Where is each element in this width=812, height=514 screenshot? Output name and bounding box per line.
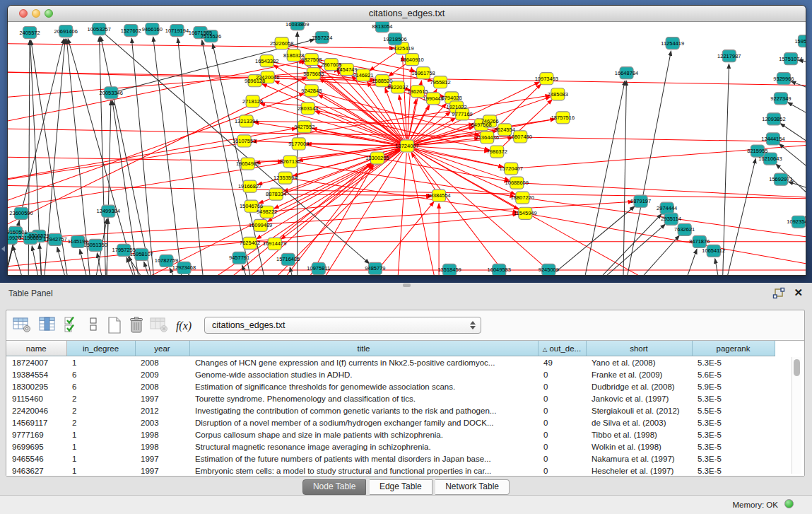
column-chooser-icon[interactable] (37, 315, 59, 337)
table-cell: 9463627 (6, 465, 66, 476)
column-header-out_de[interactable]: △out_de... (538, 341, 586, 356)
delete-column-icon[interactable] (126, 315, 148, 337)
table-cell: 1 (66, 356, 135, 369)
tab-node-table[interactable]: Node Table (302, 479, 367, 495)
table-row[interactable]: 1938455462009Genome-wide association stu… (6, 368, 775, 380)
table-row[interactable]: 1872400712008Changes of HCN gene express… (6, 356, 775, 369)
tab-network-table[interactable]: Network Table (435, 479, 510, 495)
tab-edge-table[interactable]: Edge Table (370, 479, 433, 495)
column-header-name[interactable]: name (6, 341, 66, 356)
graph-node-label: 9457791 (229, 255, 249, 261)
graph-node-label: 20691406 (54, 28, 77, 35)
graph-node-label: 13325419 (390, 45, 413, 52)
table-cell: Structural magnetic resonance image aver… (189, 440, 538, 452)
column-header-in_degree[interactable]: in_degree (66, 341, 135, 356)
column-header-short[interactable]: short (586, 341, 692, 356)
graph-node-label: 9242848 (301, 88, 322, 94)
table-cell: 5.6E-5 (692, 368, 775, 380)
graph-node-label: 10053257 (88, 26, 111, 33)
table-cell: 2008 (135, 356, 189, 369)
table-row[interactable]: 946554611997Estimation of the future num… (6, 452, 775, 465)
graph-node-label: 9827508 (301, 57, 322, 63)
graph-node-label: 1595838 (794, 38, 806, 45)
graph-node-label: 20053346 (100, 90, 123, 96)
graph-node-label: 9227349 (770, 95, 791, 102)
table-cell: Jankovic et al. (1997) (586, 392, 692, 404)
network-desktop: citations_edges.txt 18724007183002951938… (0, 0, 812, 283)
split-pane-handle[interactable] (403, 284, 411, 287)
graph-node-label: 15692971 (769, 176, 792, 182)
graph-node-label: 19218506 (383, 36, 406, 42)
table-cell: 5.3E-5 (692, 392, 775, 404)
close-panel-icon[interactable]: ✕ (794, 286, 803, 299)
table-mode-icon[interactable] (12, 315, 33, 337)
table-cell: Corpus callosum shape and size in male p… (189, 428, 538, 440)
graph-node-label: 1990448 (423, 95, 443, 102)
graph-node-label: 7485083 (548, 91, 568, 98)
table-cell: de Silva et al. (2003) (586, 416, 692, 428)
graph-node-label: 21364436 (476, 134, 499, 141)
table-row[interactable]: 911546021997Tourette syndrome. Phenomeno… (6, 392, 775, 404)
float-panel-icon[interactable] (772, 287, 785, 300)
graph-node-label: 15716485 (276, 256, 300, 262)
graph-node-label: 1921022 (447, 104, 467, 110)
citation-network-graph: 1872400718300295193845541654338222420046… (8, 22, 806, 275)
table-row[interactable]: 1456911722003Disruption of a novel membe… (6, 416, 775, 428)
table-cell: 5.3E-5 (692, 428, 775, 440)
graph-node-label: 2974444 (657, 205, 677, 211)
network-canvas[interactable]: 1872400718300295193845541654338222420046… (8, 22, 806, 275)
graph-node-label: 5875685 (303, 71, 324, 77)
table-cell: 9115460 (6, 392, 66, 404)
table-cell: Estimation of significance thresholds fo… (189, 380, 538, 392)
column-header-year[interactable]: year (135, 341, 189, 356)
graph-node-label: 9485779 (365, 265, 385, 271)
graph-edge (805, 206, 806, 218)
graph-node-label: 7986372 (487, 148, 507, 155)
graph-edge (722, 64, 729, 275)
graph-node-label: 9245009 (539, 267, 559, 273)
table-selector-dropdown[interactable]: citations_edges.txt (204, 317, 481, 334)
function-builder-icon[interactable]: f(x) (173, 315, 194, 337)
graph-edge (788, 103, 806, 122)
table-row[interactable]: 946362711997Embryonic stem cells: a mode… (6, 465, 775, 476)
table-row[interactable]: 977716911998Corpus callosum shape and si… (6, 428, 775, 440)
graph-node-label: 1527602 (121, 28, 141, 34)
graph-node-label: 7625402 (240, 240, 260, 246)
graph-node-label: 9329966 (773, 76, 794, 82)
graph-node-label: 7515526 (201, 33, 221, 40)
table-cell: 0 (538, 465, 586, 476)
table-cell: Tourette syndrome. Phenomenology and cla… (189, 392, 538, 404)
column-header-title[interactable]: title (189, 341, 538, 356)
table-scrollbar-thumb[interactable] (794, 359, 800, 376)
graph-node-label: 15051350 (84, 242, 107, 248)
table-scrollbar[interactable] (792, 357, 801, 474)
graph-edge (396, 153, 406, 275)
column-header-pagerank[interactable]: pagerank (692, 341, 775, 356)
table-row[interactable]: 1830029562008Estimation of significance … (6, 380, 775, 392)
table-cell: Yano et al. (2008) (586, 356, 692, 369)
row-height-icon[interactable] (86, 315, 107, 337)
new-column-icon[interactable] (105, 315, 126, 337)
dropdown-stepper-icon (470, 321, 476, 329)
table-cell: Changes of HCN gene expression and I(f) … (189, 356, 538, 369)
table-cell: 9777169 (6, 428, 66, 440)
graph-edge (8, 43, 394, 48)
graph-node-label: 8186328 (283, 52, 304, 59)
network-window-titlebar[interactable]: citations_edges.txt (8, 6, 806, 22)
graph-node-label: 10654112 (702, 247, 725, 254)
graph-node-label: 9177004 (288, 141, 309, 147)
select-attributes-icon[interactable] (63, 315, 84, 337)
graph-edge (715, 259, 722, 275)
collapse-arrow-icon[interactable] (1, 246, 5, 252)
table-toolbar: f(x) citations_edges.txt (6, 310, 804, 340)
table-cell: 2009 (135, 368, 189, 380)
table-row[interactable]: 969969511998Structural magnetic resonanc… (6, 440, 775, 452)
graph-node-label: 8813054 (372, 23, 392, 30)
memory-status-icon (784, 499, 794, 508)
table-cell: 2 (66, 416, 135, 428)
graph-node-label: 15720407 (500, 165, 523, 172)
table-cell: Franke et al. (2009) (586, 368, 692, 380)
table-panel: Table Panel ✕ (0, 283, 812, 514)
table-row[interactable]: 2242004622012Investigating the contribut… (6, 404, 775, 416)
graph-node-label: 15751074 (779, 56, 802, 62)
